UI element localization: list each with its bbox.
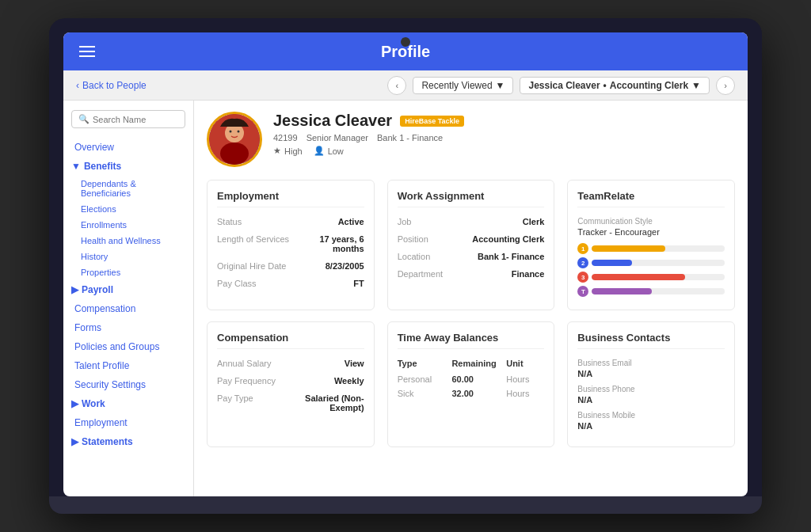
contact-phone: Business Phone N/A <box>577 385 725 405</box>
sidebar-item-talent[interactable]: Talent Profile <box>63 356 193 375</box>
profile-role: Senior Manager <box>307 133 368 142</box>
svg-point-3 <box>227 125 242 141</box>
field-pay-class: Pay Class FT <box>217 279 364 288</box>
rating-high: ★ High <box>273 146 303 156</box>
contact-mobile: Business Mobile N/A <box>577 411 725 431</box>
communication-value: Tracker - Encourager <box>577 227 725 237</box>
sidebar-item-history[interactable]: History <box>63 249 193 264</box>
svg-point-5 <box>238 131 240 133</box>
person-icon: 👤 <box>314 146 325 156</box>
back-label: Back to People <box>82 80 147 91</box>
recently-viewed-dropdown[interactable]: Recently Viewed ▼ <box>413 77 513 94</box>
tr-bar-2: 2 <box>577 257 725 268</box>
profile-name: Jessica Cleaver <box>273 112 392 130</box>
profile-name-row: Jessica Cleaver HireBase Tackle <box>273 112 735 130</box>
star-icon: ★ <box>273 146 281 156</box>
info-grid-row1: Employment Status Active Length of Servi… <box>207 180 735 310</box>
profile-id: 42199 <box>273 133 298 142</box>
tr-bar-3: 3 <box>577 272 725 283</box>
person-breadcrumb[interactable]: Jessica Cleaver • Accounting Clerk ▼ <box>520 77 710 94</box>
tr-bar-bg-3 <box>592 274 725 280</box>
type-header: Type <box>398 359 452 368</box>
next-arrow[interactable]: › <box>716 76 735 95</box>
field-department: Department Finance <box>398 269 545 279</box>
tr-bar-4: T <box>577 286 725 297</box>
profile-header: Jessica Cleaver HireBase Tackle 42199 Se… <box>207 112 735 167</box>
tr-bar-bg-1 <box>592 245 725 252</box>
sidebar-item-elections[interactable]: Elections <box>63 201 193 217</box>
time-row-personal: Personal 60.00 Hours <box>398 374 545 384</box>
tr-dot-4: T <box>577 286 588 297</box>
teamrelate-title: TeamRelate <box>577 190 725 207</box>
profile-bank: Bank 1 - Finance <box>377 133 443 142</box>
unit-header: Unit <box>506 359 544 368</box>
search-box[interactable]: 🔍 <box>71 110 185 128</box>
rating-low: 👤 Low <box>314 146 344 156</box>
sidebar-item-security[interactable]: Security Settings <box>63 375 193 394</box>
prev-arrow[interactable]: ‹ <box>387 76 406 95</box>
person-name-label: Jessica Cleaver <box>528 80 600 91</box>
employment-section: Employment Status Active Length of Servi… <box>207 180 375 310</box>
tr-dot-2: 2 <box>577 257 588 268</box>
tr-bar-fill-3 <box>592 274 684 280</box>
field-pay-frequency: Pay Frequency Weekly <box>217 376 364 386</box>
tr-bar-fill-2 <box>592 260 631 266</box>
time-row-sick: Sick 32.00 Hours <box>398 389 545 398</box>
profile-info: Jessica Cleaver HireBase Tackle 42199 Se… <box>273 112 735 156</box>
tr-dot-1: 1 <box>577 243 588 254</box>
person-title-label: Accounting Clerk <box>610 80 688 91</box>
field-position: Position Accounting Clerk <box>398 234 545 244</box>
sidebar-item-properties[interactable]: Properties <box>63 264 193 280</box>
time-away-title: Time Away Balances <box>398 332 545 349</box>
teamrelate-section: TeamRelate Communication Style Tracker -… <box>567 180 735 310</box>
field-pay-type: Pay Type Salaried (Non-Exempt) <box>217 393 364 412</box>
sidebar-item-policies[interactable]: Policies and Groups <box>63 337 193 356</box>
profile-ratings: ★ High 👤 Low <box>273 146 735 156</box>
time-header-row: Type Remaining Unit <box>398 359 545 368</box>
tr-bar-1: 1 <box>577 243 725 254</box>
sidebar-section-benefits[interactable]: ▼ Benefits <box>63 157 193 176</box>
business-contacts-title: Business Contacts <box>577 332 725 349</box>
sidebar-item-enrollments[interactable]: Enrollments <box>63 217 193 233</box>
sidebar-item-forms[interactable]: Forms <box>63 318 193 337</box>
sidebar-item-compensation[interactable]: Compensation <box>63 299 193 318</box>
sidebar-section-payroll[interactable]: ▶ Payroll <box>63 280 193 299</box>
communication-label: Communication Style <box>577 217 725 226</box>
search-input[interactable] <box>93 115 178 124</box>
breadcrumb-bar: ‹ Back to People ‹ Recently Viewed ▼ Jes… <box>63 70 748 101</box>
sidebar-item-health-wellness[interactable]: Health and Wellness <box>63 233 193 249</box>
avatar-image <box>209 114 260 165</box>
sidebar-item-employment[interactable]: Employment <box>63 413 193 432</box>
sidebar-item-overview[interactable]: Overview <box>63 138 193 157</box>
search-icon: 🔍 <box>78 114 89 124</box>
contact-email: Business Email N/A <box>577 359 725 378</box>
sidebar-item-dependants[interactable]: Dependants & Beneficiaries <box>63 176 193 201</box>
tr-bar-bg-2 <box>592 260 725 266</box>
field-status: Status Active <box>217 217 364 226</box>
profile-area: Jessica Cleaver HireBase Tackle 42199 Se… <box>194 101 748 496</box>
sidebar-section-work[interactable]: ▶ Work <box>63 394 193 413</box>
tr-bar-fill-1 <box>592 245 664 252</box>
sidebar-section-statements[interactable]: ▶ Statements <box>63 432 193 451</box>
hire-badge: HireBase Tackle <box>400 116 464 127</box>
chevron-right-icon: ▶ <box>71 436 78 447</box>
svg-point-2 <box>220 142 249 165</box>
compensation-title: Compensation <box>217 332 364 349</box>
field-location: Location Bank 1- Finance <box>398 252 545 261</box>
svg-point-4 <box>230 131 232 133</box>
separator: • <box>603 80 607 91</box>
main-content: 🔍 Overview ▼ Benefits Dependants & Benef… <box>63 101 748 496</box>
menu-icon[interactable] <box>79 46 95 57</box>
remaining-header: Remaining <box>451 359 506 368</box>
info-grid-row2: Compensation Annual Salary View Pay Freq… <box>207 321 735 447</box>
chevron-right-icon: ▶ <box>71 398 78 409</box>
employment-title: Employment <box>217 190 364 207</box>
work-assignment-section: Work Assignment Job Clerk Position Accou… <box>387 180 555 310</box>
time-away-section: Time Away Balances Type Remaining Unit P… <box>387 321 555 447</box>
back-to-people-link[interactable]: ‹ Back to People <box>76 80 147 91</box>
field-length-services: Length of Services 17 years, 6 months <box>217 234 364 253</box>
sidebar: 🔍 Overview ▼ Benefits Dependants & Benef… <box>63 101 194 496</box>
dropdown-icon: ▼ <box>496 80 505 91</box>
compensation-section: Compensation Annual Salary View Pay Freq… <box>207 321 375 447</box>
work-assignment-title: Work Assignment <box>398 190 545 207</box>
